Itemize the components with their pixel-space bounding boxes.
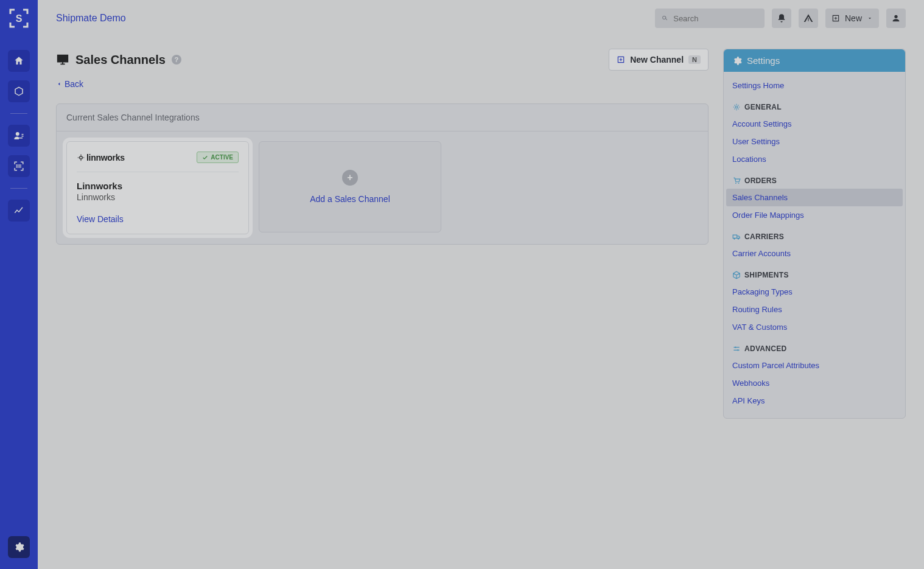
plus-square-icon: [617, 55, 625, 64]
group-carriers: CARRIERS: [724, 224, 905, 245]
link-routing-rules[interactable]: Routing Rules: [724, 301, 905, 318]
back-link[interactable]: Back: [56, 79, 709, 89]
chevron-down-icon: [867, 15, 873, 21]
channel-card-linnworks[interactable]: linnworks ACTIVE Linnworks Linnworks Vie…: [66, 141, 249, 234]
group-advanced: ADVANCED: [724, 336, 905, 357]
svg-point-5: [733, 238, 735, 239]
card-title: Linnworks: [77, 181, 239, 191]
settings-header-label: Settings: [747, 55, 780, 66]
svg-point-8: [737, 349, 738, 351]
nav-scan[interactable]: [8, 155, 30, 177]
main-content: Sales Channels ? New Channel N Back Curr…: [38, 37, 924, 569]
link-webhooks[interactable]: Webhooks: [724, 374, 905, 392]
box-icon: [732, 271, 741, 279]
vendor-logo-text: linnworks: [86, 153, 125, 162]
link-order-file-mappings[interactable]: Order File Mappings: [724, 206, 905, 224]
sliders-icon: [732, 344, 741, 353]
gear-icon: [732, 103, 741, 111]
nav-analytics[interactable]: [8, 200, 30, 222]
topbar: Shipmate Demo New: [38, 0, 924, 37]
plus-circle-icon: +: [342, 170, 358, 186]
new-channel-label: New Channel: [630, 55, 684, 65]
help-icon[interactable]: ?: [172, 55, 181, 65]
svg-point-4: [738, 183, 740, 184]
new-channel-button[interactable]: New Channel N: [609, 49, 709, 71]
view-details-link[interactable]: View Details: [77, 214, 239, 224]
global-search[interactable]: [655, 9, 765, 28]
new-label: New: [845, 13, 862, 23]
check-icon: [202, 155, 208, 161]
linnworks-icon: [77, 153, 85, 162]
nav-packages[interactable]: [8, 80, 30, 102]
account-button[interactable]: [886, 9, 906, 28]
group-carriers-label: CARRIERS: [744, 232, 784, 241]
nav-divider-2: [10, 188, 27, 189]
new-dropdown[interactable]: New: [825, 9, 879, 28]
truck-icon: [732, 232, 741, 241]
group-advanced-label: ADVANCED: [744, 344, 787, 353]
settings-home-link[interactable]: Settings Home: [724, 77, 905, 94]
link-api-keys[interactable]: API Keys: [724, 392, 905, 410]
panel-title: Current Sales Channel Integrations: [57, 104, 708, 131]
settings-header: Settings: [724, 49, 905, 72]
card-subtitle: Linnworks: [77, 192, 239, 202]
user-icon: [891, 13, 901, 23]
link-custom-parcel-attributes[interactable]: Custom Parcel Attributes: [724, 357, 905, 374]
link-user-settings[interactable]: User Settings: [724, 133, 905, 150]
app-logo[interactable]: S: [0, 0, 38, 37]
link-packaging-types[interactable]: Packaging Types: [724, 283, 905, 301]
warning-icon: [803, 13, 813, 23]
group-orders: ORDERS: [724, 168, 905, 189]
plus-square-icon: [831, 14, 840, 23]
link-locations[interactable]: Locations: [724, 150, 905, 168]
gear-icon: [732, 56, 742, 66]
nav-settings[interactable]: [8, 536, 30, 558]
monitor-icon: [56, 53, 69, 66]
svg-text:S: S: [16, 13, 23, 24]
settings-panel: Settings Settings Home GENERAL Account S…: [723, 49, 906, 419]
integrations-panel: Current Sales Channel Integrations linnw…: [56, 103, 709, 245]
link-vat-customs[interactable]: VAT & Customs: [724, 318, 905, 336]
notifications-button[interactable]: [772, 9, 791, 28]
group-shipments: SHIPMENTS: [724, 262, 905, 283]
svg-point-3: [735, 183, 737, 184]
status-badge-text: ACTIVE: [211, 154, 233, 161]
brand-link[interactable]: Shipmate Demo: [56, 13, 126, 24]
group-general-label: GENERAL: [744, 103, 782, 111]
vendor-logo: linnworks: [77, 153, 125, 162]
svg-point-1: [80, 156, 83, 159]
search-icon: [661, 14, 668, 23]
svg-point-6: [738, 238, 739, 239]
bell-icon: [777, 13, 786, 23]
add-channel-card[interactable]: + Add a Sales Channel: [259, 141, 441, 232]
link-carrier-accounts[interactable]: Carrier Accounts: [724, 245, 905, 262]
status-badge: ACTIVE: [197, 152, 239, 163]
group-general: GENERAL: [724, 94, 905, 115]
back-label: Back: [65, 79, 83, 89]
chevron-left-icon: [56, 81, 62, 87]
left-nav: S: [0, 0, 38, 569]
add-channel-label: Add a Sales Channel: [310, 194, 390, 204]
svg-point-2: [735, 106, 738, 108]
group-shipments-label: SHIPMENTS: [744, 271, 789, 279]
nav-home[interactable]: [8, 50, 30, 72]
new-channel-shortcut: N: [688, 55, 701, 64]
link-sales-channels[interactable]: Sales Channels: [726, 189, 903, 206]
search-input[interactable]: [673, 14, 758, 23]
cart-icon: [732, 176, 741, 185]
svg-point-7: [735, 347, 736, 348]
link-account-settings[interactable]: Account Settings: [724, 115, 905, 133]
page-title: Sales Channels: [75, 53, 166, 67]
nav-divider: [10, 113, 27, 114]
nav-customers[interactable]: [8, 125, 30, 147]
alerts-button[interactable]: [799, 9, 818, 28]
group-orders-label: ORDERS: [744, 176, 777, 185]
